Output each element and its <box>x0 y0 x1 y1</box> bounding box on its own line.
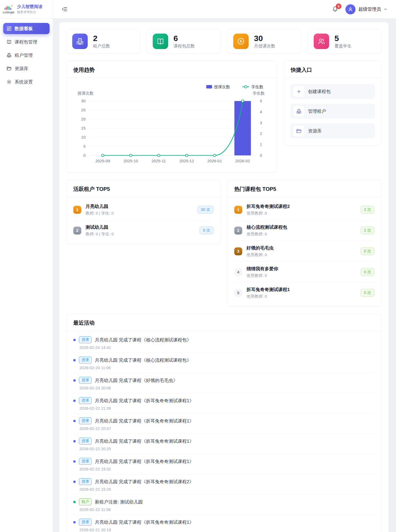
top-item-name: 测试幼儿园 <box>86 224 195 230</box>
rank-badge: 5 <box>234 289 242 297</box>
x-axis-label: 2025-12 <box>179 159 194 163</box>
activity-timestamp: 2026-02-21 20:19 <box>79 527 374 532</box>
sidebar-item-resources[interactable]: 资源库 <box>3 63 50 74</box>
sidebar-item-label: 资源库 <box>15 66 28 72</box>
building-icon <box>76 37 84 45</box>
quick-entry-manage-tenants[interactable]: 管理租户 <box>290 104 375 119</box>
sidebar-item-label: 系统设置 <box>15 79 33 85</box>
top-item-sub: 使用教师: 0 <box>247 232 356 237</box>
activity-dot <box>73 501 76 503</box>
activity-item: 授课 月亮幼儿园 完成了课程《折耳兔奇奇测试课程1》 2026-02-22 20… <box>73 414 374 434</box>
quick-entry-card: 快捷入口 创建课程包 管理租户 资源库 <box>284 61 382 146</box>
activity-item: 授课 月亮幼儿园 完成了课程《核心流程测试课程包》 2026-02-24 11:… <box>73 353 374 373</box>
line-point-2026-01 <box>213 154 216 156</box>
app-title: 少儿智慧阅读 <box>17 4 42 9</box>
building-icon <box>296 108 302 114</box>
activity-dot <box>73 460 76 463</box>
sidebar-collapse-button[interactable] <box>62 6 68 12</box>
stat-card-package-total: 6 课程包总数 <box>147 29 221 54</box>
trend-chart-svg: 302520151050543210授课次数学生数 授课次数 学生数2025-0… <box>72 80 272 169</box>
dashboard-icon <box>6 26 12 31</box>
dashboard-content: 2 租户总数 6 课程包总数 30 月授课次数 5 覆盖学生 使用趋势 <box>59 22 389 532</box>
recent-activity-title: 最近活动 <box>73 320 95 326</box>
header: 5 超级管理员 <box>53 0 396 19</box>
activity-type-badge: 授课 <box>79 357 92 364</box>
chevron-down-icon[interactable] <box>383 7 387 11</box>
count-badge: 0 次 <box>200 227 213 234</box>
activity-item: 授课 月亮幼儿园 完成了课程《折耳兔奇奇测试课程1》 2026-02-22 20… <box>73 434 374 454</box>
line-point-2026-02 <box>241 100 244 102</box>
activity-timestamp: 2026-02-24 11:06 <box>79 365 374 370</box>
activity-type-badge: 租户 <box>79 498 92 505</box>
sidebar-item-settings[interactable]: 系统设置 <box>3 76 50 87</box>
notification-bell-button[interactable]: 5 <box>332 6 338 13</box>
activity-type-badge: 授课 <box>79 458 92 465</box>
sidebar-item-course-packages[interactable]: 课程包管理 <box>3 36 50 47</box>
top-item-name: 猜猜我有多爱你 <box>247 266 356 272</box>
user-name[interactable]: 超级管理员 <box>358 6 381 12</box>
stat-value: 6 <box>173 34 195 43</box>
activity-dot <box>73 359 76 361</box>
activity-text: 月亮幼儿园 完成了课程《折耳兔奇奇测试课程1》 <box>95 438 194 444</box>
stat-card-students-covered: 5 覆盖学生 <box>308 29 382 54</box>
left-axis-tick: 30 <box>81 99 86 103</box>
top-list-item: 3 好饿的毛毛虫 使用教师: 0 0 次 <box>234 241 374 262</box>
activity-timestamp: 2026-02-22 20:47 <box>79 426 374 431</box>
stat-label: 月授课次数 <box>254 43 275 49</box>
rank-badge: 2 <box>234 227 242 235</box>
top-item-name: 折耳兔奇奇测试课程1 <box>247 287 356 293</box>
quick-entry-icon-wrap <box>293 86 304 97</box>
top-item-name: 折耳兔奇奇测试课程2 <box>247 203 356 209</box>
quick-entry-icon-wrap <box>293 106 304 116</box>
rank-badge: 2 <box>73 227 81 235</box>
users-icon <box>317 37 325 45</box>
play-circle-icon <box>237 37 245 45</box>
activity-type-badge: 授课 <box>79 478 92 485</box>
person-icon <box>347 6 353 12</box>
quick-entry-create-package[interactable]: 创建课程包 <box>290 84 375 99</box>
right-axis-tick: 0 <box>260 153 262 158</box>
right-axis-tick: 4 <box>260 110 262 114</box>
sidebar-nav: 数据看板 课程包管理 租户管理 资源库 系统设置 <box>0 19 53 87</box>
book-icon <box>6 39 12 45</box>
activity-type-badge: 授课 <box>79 336 92 343</box>
activity-timestamp: 2026-02-22 19:32 <box>79 467 374 471</box>
activity-timestamp: 2026-02-22 15:29 <box>79 487 374 491</box>
activity-item: 授课 月亮幼儿园 完成了课程《折耳兔奇奇测试课程1》 2026-02-21 20… <box>73 515 374 532</box>
activity-text: 新租户注册: 测试幼儿园 <box>95 499 143 505</box>
activity-text: 月亮幼儿园 完成了课程《折耳兔奇奇测试课程1》 <box>95 398 194 404</box>
activity-dot <box>73 420 76 422</box>
top-item-name: 好饿的毛毛虫 <box>247 245 356 251</box>
active-tenants-list: 1 月亮幼儿园 教师: 0 | 学生: 0 30 次 2 测试幼儿园 教师: 0… <box>66 197 220 244</box>
top-item-sub: 教师: 0 | 学生: 0 <box>86 211 193 216</box>
stat-icon-wrap <box>233 34 249 49</box>
sidebar-item-dashboard[interactable]: 数据看板 <box>3 23 50 34</box>
activity-dot <box>73 521 76 523</box>
rank-badge: 3 <box>234 247 242 255</box>
activity-text: 月亮幼儿园 完成了课程《折耳兔奇奇测试课程1》 <box>95 418 194 424</box>
user-avatar[interactable] <box>345 4 355 14</box>
right-axis-tick: 1 <box>260 142 262 147</box>
left-axis-tick: 15 <box>81 126 86 130</box>
top-list-item: 4 猜猜我有多爱你 使用教师: 0 0 次 <box>234 262 374 283</box>
quick-entry-list: 创建课程包 管理租户 资源库 <box>284 78 381 145</box>
activity-text: 月亮幼儿园 完成了课程《折耳兔奇奇测试课程1》 <box>95 458 194 465</box>
logo-text: LeSingle <box>3 11 14 14</box>
sidebar-item-label: 数据看板 <box>15 26 33 32</box>
line-point-2025-11 <box>157 154 160 156</box>
active-tenants-card: 活跃租户 TOP5 1 月亮幼儿园 教师: 0 | 学生: 0 30 次 2 测… <box>66 180 221 244</box>
sidebar-item-tenants[interactable]: 租户管理 <box>3 50 50 61</box>
usage-trend-card: 使用趋势 302520151050543210授课次数学生数 授课次数 学生数2… <box>66 61 277 173</box>
stat-card-monthly-lessons: 30 月授课次数 <box>227 29 301 54</box>
logo-bars-icon <box>4 5 13 10</box>
activity-dot <box>73 339 76 341</box>
usage-trend-header: 使用趋势 <box>66 61 277 78</box>
hot-packages-list: 1 折耳兔奇奇测试课程2 使用教师: 0 2 次 2 核心流程测试课程包 使用教… <box>227 197 381 306</box>
activity-text: 月亮幼儿园 完成了课程《好饿的毛毛虫》 <box>95 377 178 384</box>
hot-packages-card: 热门课程包 TOP5 1 折耳兔奇奇测试课程2 使用教师: 0 2 次 2 核心… <box>227 180 382 307</box>
activity-item: 授课 月亮幼儿园 完成了课程《折耳兔奇奇测试课程1》 2026-02-22 21… <box>73 393 374 414</box>
activity-type-badge: 授课 <box>79 417 92 424</box>
rank-badge: 1 <box>73 206 81 214</box>
quick-entry-resource-library[interactable]: 资源库 <box>290 123 375 138</box>
sidebar: LeSingle 少儿智慧阅读 服务管理后台 数据看板 课程包管理 租户管理 资… <box>0 0 53 532</box>
